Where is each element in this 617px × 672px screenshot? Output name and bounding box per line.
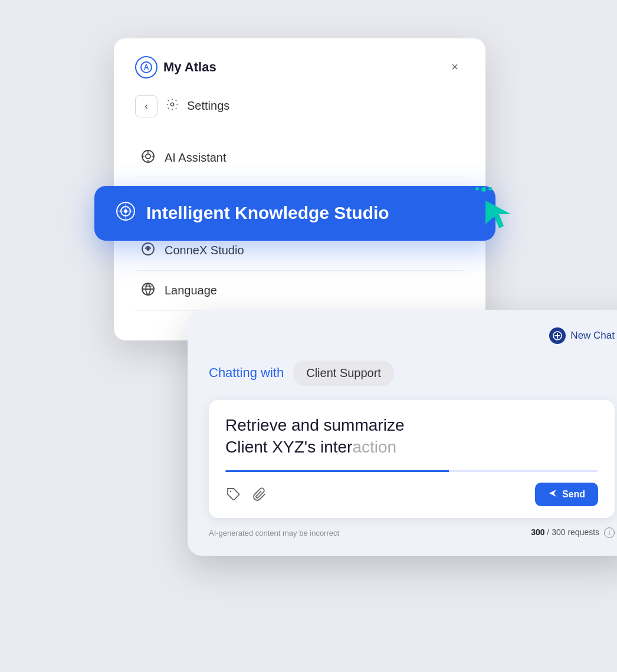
iks-label: Intelligent Knowledge Studio — [146, 203, 474, 223]
intelligent-knowledge-studio-card[interactable]: Intelligent Knowledge Studio — [94, 186, 495, 241]
svg-point-2 — [170, 103, 174, 106]
tag-icon[interactable] — [225, 486, 242, 503]
new-chat-icon — [549, 327, 566, 344]
cursor-area — [483, 198, 512, 232]
svg-point-6 — [147, 248, 149, 250]
sparkle-dot-3 — [488, 187, 492, 191]
sparkle-dot-2 — [481, 187, 486, 192]
atlas-logo: A — [135, 56, 157, 78]
chat-input-underline — [225, 470, 598, 472]
settings-nav-label: Settings — [187, 99, 229, 113]
language-icon — [141, 282, 155, 300]
settings-panel-title: My Atlas — [163, 60, 216, 75]
connex-studio-label: ConneX Studio — [165, 244, 244, 257]
send-label: Send — [562, 489, 585, 500]
requests-total: 300 — [552, 527, 565, 537]
chat-panel: New Chat Chatting with Client Support Re… — [188, 310, 617, 556]
chat-input-area[interactable]: Retrieve and summarizeClient XYZ's inter… — [209, 400, 615, 519]
attach-icon[interactable] — [251, 486, 268, 503]
new-chat-label: New Chat — [570, 330, 615, 342]
chat-input-text: Retrieve and summarizeClient XYZ's inter… — [225, 414, 598, 459]
settings-title-row: A My Atlas — [135, 56, 216, 78]
settings-item-language[interactable]: Language — [135, 271, 464, 311]
sparkle-dots — [475, 187, 492, 192]
requests-text: 300 / 300 requests i — [531, 527, 615, 538]
settings-header: A My Atlas × — [135, 56, 464, 78]
chatting-with-label: Chatting with — [209, 365, 284, 381]
settings-item-ai-assistant[interactable]: AI Assistant — [135, 139, 464, 178]
svg-marker-11 — [485, 201, 511, 228]
info-icon[interactable]: i — [604, 527, 615, 538]
ai-assistant-icon — [141, 149, 155, 167]
cursor-sparkle — [483, 198, 512, 232]
new-chat-button[interactable]: New Chat — [549, 327, 615, 344]
language-label: Language — [165, 284, 217, 297]
cursor-arrow-icon — [483, 198, 512, 230]
disclaimer-text: AI-generated content may be incorrect — [209, 529, 339, 537]
disclaimer-row: AI-generated content may be incorrect 30… — [209, 527, 615, 538]
ai-assistant-label: AI Assistant — [165, 151, 227, 165]
connex-studio-icon — [141, 242, 155, 260]
settings-gear-icon — [166, 98, 179, 114]
svg-text:A: A — [144, 63, 149, 71]
send-icon — [548, 489, 557, 500]
requests-count: 300 — [531, 527, 544, 537]
send-button[interactable]: Send — [535, 483, 598, 506]
chatting-row: Chatting with Client Support — [209, 360, 615, 386]
back-button[interactable]: ‹ — [135, 95, 157, 117]
chat-header: New Chat — [209, 327, 615, 344]
chat-input-footer: Send — [225, 483, 598, 506]
settings-nav: ‹ Settings — [135, 95, 464, 117]
close-button[interactable]: × — [445, 58, 464, 77]
svg-point-4 — [146, 154, 150, 159]
sparkle-dot-1 — [475, 187, 479, 191]
requests-label: requests — [567, 527, 599, 537]
chat-input-fading-text: action — [352, 438, 396, 456]
iks-icon — [116, 201, 136, 225]
client-support-badge[interactable]: Client Support — [293, 360, 394, 386]
chat-input-actions — [225, 486, 268, 503]
